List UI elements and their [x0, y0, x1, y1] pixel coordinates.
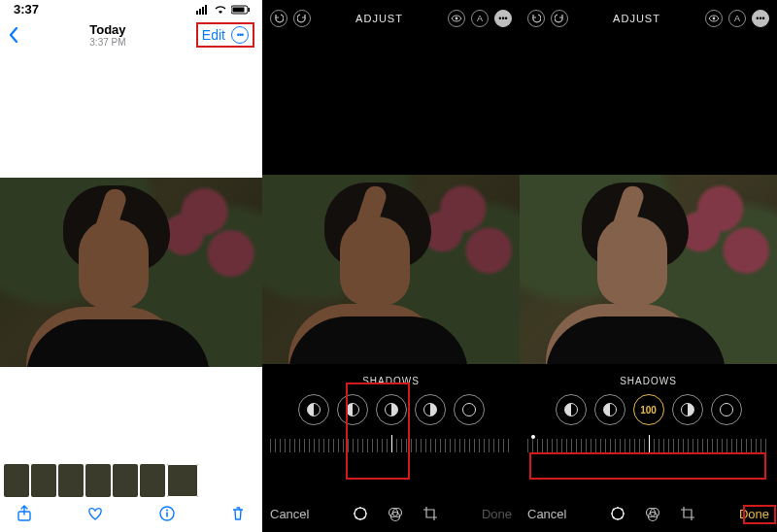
thumbnail[interactable]	[85, 464, 111, 497]
edit-group-highlight: Edit •••	[196, 22, 254, 48]
filters-tab[interactable]	[644, 505, 661, 522]
edit-button[interactable]: Edit	[202, 27, 225, 43]
ellipsis-icon: •••	[498, 14, 507, 23]
redo-button[interactable]	[293, 10, 311, 27]
exposure-icon	[307, 403, 321, 416]
main-photo[interactable]	[0, 178, 262, 367]
adjust-tab[interactable]	[609, 505, 626, 522]
adjustment-row	[262, 394, 520, 425]
section-label: SHADOWS	[262, 376, 520, 386]
more-edit-button[interactable]: •••	[494, 10, 512, 27]
brightness-icon	[462, 403, 476, 416]
thumbnail[interactable]	[140, 464, 165, 497]
thumbnail[interactable]	[31, 464, 56, 497]
thumbnail[interactable]	[58, 464, 84, 497]
cancel-button[interactable]: Cancel	[270, 507, 309, 521]
highlights-button[interactable]	[337, 394, 368, 425]
preview-button[interactable]	[448, 10, 465, 27]
trash-icon	[229, 505, 247, 522]
info-button[interactable]	[158, 505, 176, 522]
filters-tab[interactable]	[387, 505, 404, 522]
photos-header: Today 3:37 PM Edit •••	[0, 17, 262, 51]
contrast-button[interactable]	[415, 394, 446, 425]
svg-rect-3	[205, 5, 207, 15]
highlights-icon	[346, 403, 359, 416]
thumbnail[interactable]	[113, 464, 138, 497]
brightness-icon	[720, 403, 733, 416]
shadows-button[interactable]	[376, 394, 407, 425]
signal-icon	[196, 5, 210, 15]
svg-rect-0	[196, 11, 198, 15]
svg-rect-6	[249, 8, 251, 12]
photos-toolbar	[0, 497, 262, 532]
crop-tab[interactable]	[422, 505, 439, 522]
undo-button[interactable]	[527, 10, 545, 27]
photos-viewer-screen: 3:37 Today 3:37 PM Edit •••	[0, 0, 262, 532]
redo-button[interactable]	[551, 10, 568, 27]
edit-top-bar: ADJUST A •••	[262, 0, 520, 33]
thumbnail[interactable]	[4, 464, 29, 497]
crop-tab[interactable]	[679, 505, 696, 522]
exposure-icon	[564, 403, 578, 416]
shadows-value: 100	[640, 405, 657, 416]
svg-point-9	[166, 510, 168, 512]
adjustment-slider[interactable]	[527, 435, 769, 456]
exposure-button[interactable]	[298, 394, 329, 425]
undo-icon	[274, 14, 284, 23]
thumbnail-selected[interactable]	[167, 464, 198, 497]
done-button[interactable]: Done	[739, 507, 769, 521]
auto-button[interactable]: A	[728, 10, 746, 27]
highlights-icon	[603, 403, 617, 416]
thumbnail-strip[interactable]	[0, 464, 262, 497]
preview-button[interactable]	[705, 10, 723, 27]
contrast-button[interactable]	[672, 394, 703, 425]
filters-icon	[644, 505, 661, 522]
status-bar: 3:37	[0, 0, 262, 17]
svg-rect-2	[202, 7, 204, 15]
adjust-tab[interactable]	[352, 505, 369, 522]
crop-icon	[422, 505, 439, 522]
shadows-icon	[385, 403, 398, 416]
contrast-icon	[423, 403, 437, 416]
contrast-icon	[681, 403, 694, 416]
edit-photo-preview[interactable]	[520, 175, 777, 364]
back-button[interactable]	[8, 26, 19, 44]
svg-rect-1	[199, 9, 201, 15]
adjust-label: ADJUST	[613, 13, 660, 24]
brightness-button[interactable]	[711, 394, 742, 425]
more-edit-button[interactable]: •••	[752, 10, 769, 27]
brightness-button[interactable]	[454, 394, 485, 425]
share-button[interactable]	[16, 505, 33, 522]
redo-icon	[555, 14, 564, 23]
exposure-button[interactable]	[556, 394, 587, 425]
edit-toolbar: Cancel Done	[262, 497, 520, 532]
status-time: 3:37	[14, 2, 39, 17]
edit-toolbar: Cancel Done	[520, 497, 777, 532]
edit-screen-shadows-select: ADJUST A ••• SHADOWS Cancel	[262, 0, 520, 532]
status-icons	[196, 5, 251, 15]
battery-icon	[231, 5, 251, 15]
undo-button[interactable]	[270, 10, 287, 27]
adjustment-slider[interactable]	[270, 435, 512, 456]
auto-icon: A	[477, 14, 483, 23]
more-button[interactable]: •••	[231, 26, 249, 44]
favorite-button[interactable]	[86, 505, 104, 522]
header-title: Today	[89, 22, 125, 37]
highlights-button[interactable]	[594, 394, 625, 425]
adjustment-row: 100	[520, 394, 777, 425]
cancel-button[interactable]: Cancel	[527, 507, 566, 521]
svg-rect-5	[233, 7, 245, 12]
svg-point-11	[456, 17, 458, 20]
ellipsis-icon: •••	[756, 14, 764, 23]
auto-button[interactable]: A	[471, 10, 489, 27]
svg-rect-10	[166, 513, 168, 517]
delete-button[interactable]	[229, 505, 247, 522]
adjust-label: ADJUST	[355, 13, 403, 24]
done-button-disabled: Done	[482, 507, 512, 521]
section-label: SHADOWS	[520, 376, 777, 386]
ellipsis-icon: •••	[237, 30, 243, 40]
shadows-button-selected[interactable]: 100	[633, 394, 664, 425]
undo-icon	[531, 14, 541, 23]
heart-icon	[86, 505, 104, 522]
edit-photo-preview[interactable]	[262, 175, 520, 364]
